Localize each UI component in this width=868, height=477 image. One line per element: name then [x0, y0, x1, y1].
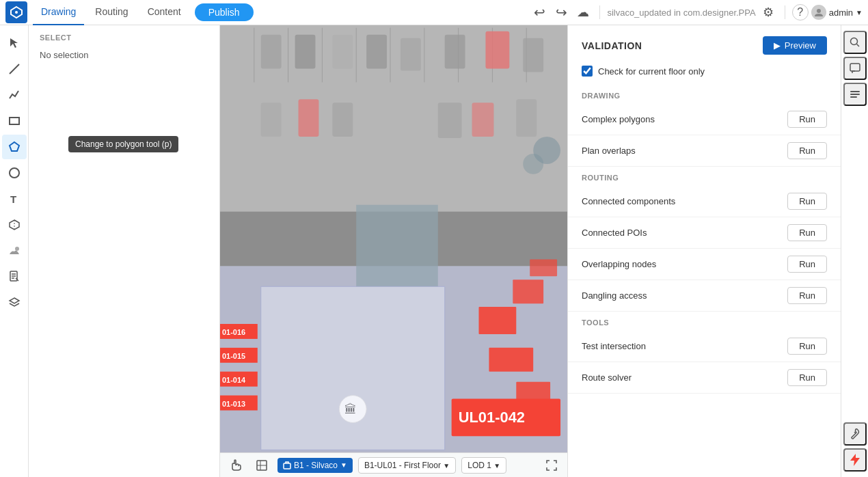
svg-rect-31	[366, 35, 387, 69]
section-tools-title: TOOLS	[568, 312, 841, 331]
redo-button[interactable]: ↪	[552, 3, 571, 22]
filename: silvaco_updated in com.designer.PPA	[607, 8, 755, 18]
svg-rect-30	[332, 35, 353, 69]
building-name: B1 - Silvaco	[294, 461, 338, 470]
tool-polygon[interactable]	[2, 135, 27, 159]
chat-icon-button[interactable]	[843, 57, 867, 80]
user-menu[interactable]: admin ▼	[811, 5, 863, 20]
run-connected-pois[interactable]: Run	[787, 224, 827, 241]
floor-name: B1-UL01 - First Floor	[364, 461, 441, 470]
user-avatar	[811, 5, 826, 20]
list-icon-button[interactable]	[843, 83, 867, 106]
wrench-icon-button[interactable]	[843, 422, 867, 446]
left-toolbar: T	[0, 25, 29, 477]
no-selection-text: No selection	[29, 47, 219, 63]
fullscreen-button[interactable]	[541, 455, 562, 476]
preview-button[interactable]: ▶ Preview	[763, 36, 827, 55]
validation-row-route-solver: Route solver Run	[568, 362, 841, 394]
right-sidebar	[841, 25, 868, 477]
hand-tool-button[interactable]	[226, 455, 246, 476]
svg-point-1	[817, 9, 821, 13]
svg-text:01-014: 01-014	[222, 376, 246, 384]
svg-rect-68	[850, 64, 860, 71]
svg-text:01-016: 01-016	[222, 328, 245, 336]
svg-rect-46	[489, 348, 533, 372]
svg-rect-36	[261, 103, 282, 137]
run-complex-polygons[interactable]: Run	[787, 111, 827, 128]
svg-marker-4	[10, 142, 19, 151]
tool-landscape[interactable]	[2, 238, 27, 263]
svg-text:01-015: 01-015	[222, 352, 245, 360]
lod-selector[interactable]: LOD 1 ▼	[461, 457, 506, 474]
svg-text:01-013: 01-013	[222, 400, 245, 408]
tool-line[interactable]	[2, 57, 27, 81]
settings-button[interactable]: ⚙	[759, 3, 778, 22]
section-routing-title: ROUTING	[568, 167, 841, 186]
validation-row-plan-overlaps: Plan overlaps Run	[568, 135, 841, 167]
run-test-intersection[interactable]: Run	[787, 338, 827, 355]
svg-text:T: T	[10, 193, 16, 205]
map-icon-button[interactable]	[252, 455, 272, 476]
svg-rect-65	[284, 463, 290, 469]
svg-rect-44	[356, 205, 438, 287]
tool-3d-box[interactable]	[2, 213, 27, 237]
bolt-icon-button[interactable]	[843, 448, 867, 472]
svg-point-0	[15, 11, 18, 14]
filename-text: silvaco_updated	[607, 8, 671, 18]
search-icon-button[interactable]	[843, 31, 867, 54]
tool-select[interactable]	[2, 31, 27, 55]
tab-content[interactable]: Content	[139, 0, 189, 25]
svg-point-9	[15, 247, 19, 251]
tool-rect[interactable]	[2, 109, 27, 133]
run-connected-components[interactable]: Run	[787, 193, 827, 210]
svg-rect-41	[516, 99, 537, 137]
validation-row-test-intersection: Test intersection Run	[568, 331, 841, 362]
svg-rect-48	[530, 259, 557, 276]
tool-document[interactable]	[2, 264, 27, 289]
run-route-solver[interactable]: Run	[787, 369, 827, 386]
map-area[interactable]: UL01-042 01-016 01-015 01-014 01-013 🏛	[220, 25, 567, 477]
floor-selector[interactable]: B1-UL01 - First Floor ▼	[358, 457, 456, 474]
svg-rect-32	[401, 38, 421, 71]
dangling-access-label: Dangling access	[582, 290, 647, 301]
undo-button[interactable]: ↩	[530, 3, 549, 22]
floor-bar: B1 - Silvaco ▼ B1-UL01 - First Floor ▼ L…	[220, 452, 567, 477]
right-panel: VALIDATION ▶ Preview Check for current f…	[567, 25, 841, 477]
svg-point-5	[10, 168, 19, 178]
left-panel: SELECT No selection Change to polygon to…	[29, 25, 220, 477]
run-overlapping-nodes[interactable]: Run	[787, 256, 827, 273]
tab-routing[interactable]: Routing	[87, 0, 136, 25]
check-floor-checkbox[interactable]	[582, 66, 593, 77]
validation-row-overlapping-nodes: Overlapping nodes Run	[568, 249, 841, 280]
tool-circle[interactable]	[2, 161, 27, 185]
filename-context: in com.designer.PPA	[671, 8, 755, 18]
tool-layers[interactable]	[2, 290, 27, 315]
tool-text[interactable]: T	[2, 187, 27, 211]
svg-rect-35	[523, 38, 543, 72]
svg-rect-40	[472, 103, 494, 137]
svg-rect-34	[485, 31, 509, 69]
connected-components-label: Connected components	[582, 196, 675, 206]
validation-row-connected-components: Connected components Run	[568, 186, 841, 217]
tab-drawing[interactable]: Drawing	[33, 0, 84, 25]
plan-overlaps-label: Plan overlaps	[582, 146, 636, 156]
run-plan-overlaps[interactable]: Run	[787, 142, 827, 159]
svg-rect-47	[513, 280, 543, 303]
cloud-button[interactable]: ☁	[573, 3, 593, 22]
svg-rect-39	[438, 103, 462, 138]
map-canvas[interactable]: UL01-042 01-016 01-015 01-014 01-013 🏛	[220, 25, 567, 452]
run-dangling-access[interactable]: Run	[787, 287, 827, 304]
validation-row-connected-pois: Connected POIs Run	[568, 217, 841, 249]
validation-row-dangling-access: Dangling access Run	[568, 280, 841, 312]
help-button[interactable]: ?	[792, 4, 809, 21]
user-name: admin	[829, 8, 853, 18]
svg-marker-7	[10, 220, 19, 230]
lod-label: LOD 1	[467, 461, 491, 470]
overlapping-nodes-label: Overlapping nodes	[582, 259, 656, 269]
select-section-label: SELECT	[29, 25, 219, 47]
publish-button[interactable]: Publish	[195, 3, 254, 21]
validation-title: VALIDATION	[582, 40, 642, 51]
building-selector[interactable]: B1 - Silvaco ▼	[277, 458, 353, 473]
svg-marker-14	[10, 298, 19, 303]
tool-trend[interactable]	[2, 83, 27, 107]
